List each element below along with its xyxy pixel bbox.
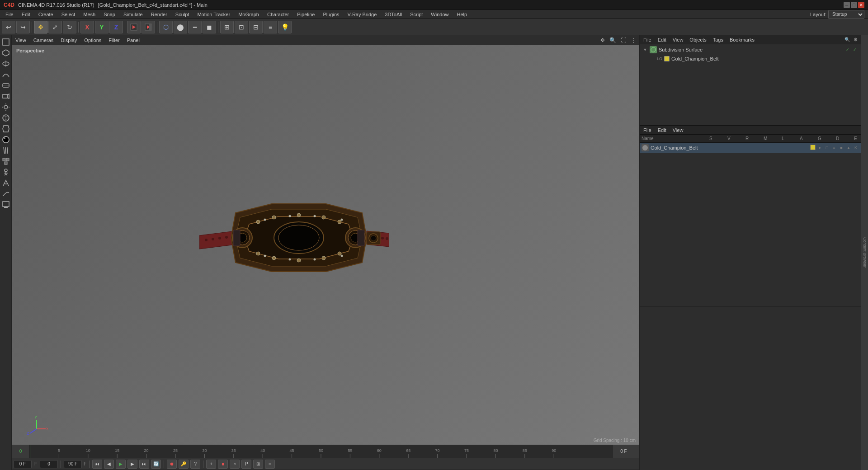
sidebar-hair-icon[interactable] xyxy=(1,146,11,155)
menu-file[interactable]: File xyxy=(2,11,17,18)
obj-vis-check2[interactable]: ✓ xyxy=(852,47,858,53)
end-frame-input[interactable] xyxy=(64,460,82,468)
mat-menu-edit[interactable]: Edit xyxy=(656,127,668,133)
sidebar-light-icon[interactable] xyxy=(1,102,11,112)
sidebar-scene-icon[interactable] xyxy=(1,113,11,123)
mat-vis-btn1[interactable]: ● xyxy=(816,145,823,151)
axis-z-button[interactable]: Z xyxy=(109,21,123,33)
mat-vis-btn6[interactable]: K xyxy=(853,145,859,151)
sidebar-spline-icon[interactable] xyxy=(1,70,11,80)
sidebar-sketch-icon[interactable] xyxy=(1,189,11,199)
menu-select[interactable]: Select xyxy=(58,11,79,18)
vp-menu-view[interactable]: View xyxy=(14,37,28,43)
frame-offset-input[interactable] xyxy=(40,460,58,468)
timeline-settings-button[interactable]: ≡ xyxy=(265,460,275,469)
mat-menu-view[interactable]: View xyxy=(671,127,685,133)
render-settings-button[interactable] xyxy=(142,21,155,33)
menu-mograph[interactable]: MoGraph xyxy=(235,11,263,18)
layout-dropdown[interactable]: Startup xyxy=(828,10,864,19)
material-item-belt[interactable]: Gold_Champion_Belt ● □ ≡ ■ ▲ K xyxy=(640,143,861,153)
menu-vray[interactable]: V-Ray Bridge xyxy=(344,11,381,18)
sidebar-dynamics-icon[interactable] xyxy=(1,178,11,188)
vp-icon-fullscreen[interactable]: ⛶ xyxy=(619,37,627,44)
minimize-button[interactable]: ─ xyxy=(844,2,850,8)
sidebar-effector-icon[interactable] xyxy=(1,167,11,177)
grid-button[interactable]: ⊡ xyxy=(235,21,248,33)
current-frame-input[interactable] xyxy=(14,460,32,468)
obj-menu-view[interactable]: View xyxy=(671,37,685,43)
mat-vis-btn2[interactable]: □ xyxy=(824,145,830,151)
sidebar-poly-icon[interactable] xyxy=(1,48,11,58)
mat-menu-file[interactable]: File xyxy=(642,127,653,133)
vp-menu-cameras[interactable]: Cameras xyxy=(32,37,56,43)
menu-simulate[interactable]: Simulate xyxy=(120,11,146,18)
object-manager-content[interactable]: ▼ Subdivision Surface ✓ ✓ LO Gold_Champi xyxy=(640,44,861,125)
sidebar-nurbs-icon[interactable] xyxy=(1,59,11,69)
vp-menu-display[interactable]: Display xyxy=(59,37,79,43)
keyframe-add-button[interactable]: + xyxy=(206,460,216,469)
content-browser-tab[interactable]: Content Browser xyxy=(861,35,868,470)
timeline-resize-handle[interactable] xyxy=(635,445,639,458)
move-tool-button[interactable]: ✥ xyxy=(34,21,47,33)
object-mode-button[interactable]: ⬡ xyxy=(159,21,173,33)
mat-vis-btn3[interactable]: ≡ xyxy=(831,145,837,151)
record-button[interactable]: ⏺ xyxy=(167,460,177,469)
redo-button[interactable]: ↪ xyxy=(16,21,30,33)
mat-vis-btn5[interactable]: ▲ xyxy=(845,145,852,151)
obj-menu-file[interactable]: File xyxy=(642,37,653,43)
sidebar-mograph-icon[interactable] xyxy=(1,156,11,166)
menu-edit[interactable]: Edit xyxy=(18,11,34,18)
mat-vis-btn4[interactable]: ■ xyxy=(838,145,844,151)
scale-tool-button[interactable]: ⤢ xyxy=(48,21,62,33)
render-active-button[interactable] xyxy=(127,21,141,33)
menu-help[interactable]: Help xyxy=(453,11,471,18)
maximize-button[interactable]: □ xyxy=(851,2,857,8)
obj-belt-expand[interactable] xyxy=(650,56,655,61)
obj-menu-bookmarks[interactable]: Bookmarks xyxy=(728,37,756,43)
close-button[interactable]: ✕ xyxy=(858,2,864,8)
obj-menu-edit[interactable]: Edit xyxy=(656,37,668,43)
obj-search-icon[interactable]: 🔍 xyxy=(844,36,851,43)
object-item-belt[interactable]: LO Gold_Champion_Belt xyxy=(641,54,860,63)
loop-button[interactable]: 🔄 xyxy=(151,460,161,469)
goto-end-button[interactable]: ⏭ xyxy=(139,460,149,469)
vp-icon-options[interactable]: ⋮ xyxy=(629,37,637,44)
obj-expand-icon[interactable]: ▼ xyxy=(642,47,648,52)
key-button[interactable]: 🔑 xyxy=(179,460,189,469)
timeline-ruler[interactable]: 5 10 15 20 25 30 35 40 45 xyxy=(30,445,612,458)
keyframe-auto-button[interactable]: P xyxy=(241,460,251,469)
menu-render[interactable]: Render xyxy=(147,11,171,18)
menu-script[interactable]: Script xyxy=(406,11,426,18)
sidebar-model-icon[interactable] xyxy=(1,37,11,47)
keyframe-grid-button[interactable]: ⊞ xyxy=(253,460,263,469)
rotate-tool-button[interactable]: ↻ xyxy=(63,21,76,33)
object-item-subdivision[interactable]: ▼ Subdivision Surface ✓ ✓ xyxy=(641,45,860,54)
sidebar-tag-icon[interactable] xyxy=(1,124,11,134)
vp-menu-filter[interactable]: Filter xyxy=(107,37,121,43)
sidebar-material-icon[interactable] xyxy=(1,135,11,145)
poly-mode-button[interactable]: ◼ xyxy=(203,21,216,33)
sidebar-render-icon[interactable] xyxy=(1,200,11,210)
menu-plugins[interactable]: Plugins xyxy=(319,11,343,18)
vp-icon-zoom[interactable]: 🔍 xyxy=(608,37,618,44)
sidebar-camera-icon[interactable] xyxy=(1,91,11,101)
vp-menu-options[interactable]: Options xyxy=(82,37,103,43)
layer-button[interactable]: ≡ xyxy=(264,21,277,33)
menu-sculpt[interactable]: Sculpt xyxy=(172,11,193,18)
vp-menu-panel[interactable]: Panel xyxy=(125,37,142,43)
menu-snap[interactable]: Snap xyxy=(100,11,119,18)
next-frame-button[interactable]: ▶ xyxy=(127,460,137,469)
edge-mode-button[interactable]: ━ xyxy=(188,21,202,33)
light-button[interactable]: 💡 xyxy=(278,21,292,33)
point-mode-button[interactable]: ⬤ xyxy=(174,21,187,33)
vp-icon-move[interactable]: ✥ xyxy=(599,37,606,44)
3d-viewport[interactable]: Perspective xyxy=(12,45,639,445)
obj-menu-objects[interactable]: Objects xyxy=(688,37,708,43)
goto-start-button[interactable]: ⏮ xyxy=(92,460,102,469)
sidebar-deformer-icon[interactable] xyxy=(1,80,11,90)
menu-mesh[interactable]: Mesh xyxy=(80,11,99,18)
obj-settings-icon[interactable]: ⚙ xyxy=(852,36,859,43)
keyframe-remove-button[interactable]: ■ xyxy=(218,460,228,469)
obj-menu-tags[interactable]: Tags xyxy=(711,37,725,43)
axis-x-button[interactable]: X xyxy=(80,21,94,33)
